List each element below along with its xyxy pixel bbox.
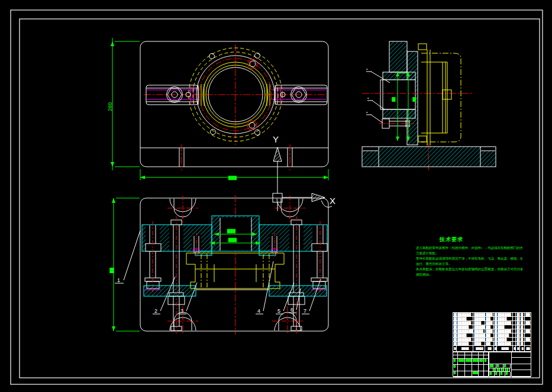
balloon-3: 3 [180,308,183,314]
dim-side-right: ██ [412,97,417,102]
balloon-1: 1 [117,277,120,283]
bom-table: ████████████████████████████████████████… [453,312,531,352]
titleblock-middle: ████████████ [489,352,511,376]
side-view [362,41,496,170]
balloon-4: 4 [257,308,260,314]
tech-requirements-line: 进入装配的零件及部件（包括外购件、外协件），均必须具有检验部门的合格证 [416,245,522,251]
dim-front-height: ██ [109,267,114,274]
side-callout-1: ▪ [366,67,367,71]
tech-requirements-line: 方能进行装配。 [416,251,522,256]
side-callout-2: ▪ [367,96,369,100]
dim-bore-top: ███ [227,229,235,234]
balloon-2: 2 [154,308,157,314]
tech-requirements-line: 涂防锈油。 [416,272,522,277]
dim-top-width: ███ [228,176,237,180]
front-view [115,195,328,335]
tech-requirements-line: 夹具装配后，应检验各定位元件及钻套轴线的位置精度，合格后方可交付使用。 [416,267,522,272]
titleblock-right [511,352,531,376]
tech-requirements-line: 油污、着色剂和灰尘等。 [416,261,522,267]
tech-requirements: 技术要求 进入装配的零件及部件（包括外购件、外协件），均必须具有检验部门的合格证… [416,236,522,277]
tech-requirements-title: 技术要求 [440,236,522,244]
drawing-sheet[interactable]: 260 ███ ██ ██ [0,0,552,392]
dim-bore-bottom: ███ [228,238,237,242]
dim-top-height: 260 [107,102,113,111]
balloon-7: 7 [304,308,306,314]
side-callout-3: ▪ [366,111,367,114]
titleblock-left-grid: ███████████████████ [453,352,489,376]
top-view [140,41,328,170]
axis-label-y: Y [273,134,279,144]
tech-requirements-line: 零件在装配前必须清理和清洗干净，不得有毛刺、飞边、氧化皮、锈蚀、切屑、 [416,256,522,261]
title-block: ███████████████████ ████████████ [453,351,531,377]
ucs-icon [273,147,332,211]
dim-side-left: ██ [392,97,396,102]
balloon-5: 5 [277,308,280,314]
balloon-6: 6 [290,307,293,313]
axis-label-x: X [330,196,335,206]
